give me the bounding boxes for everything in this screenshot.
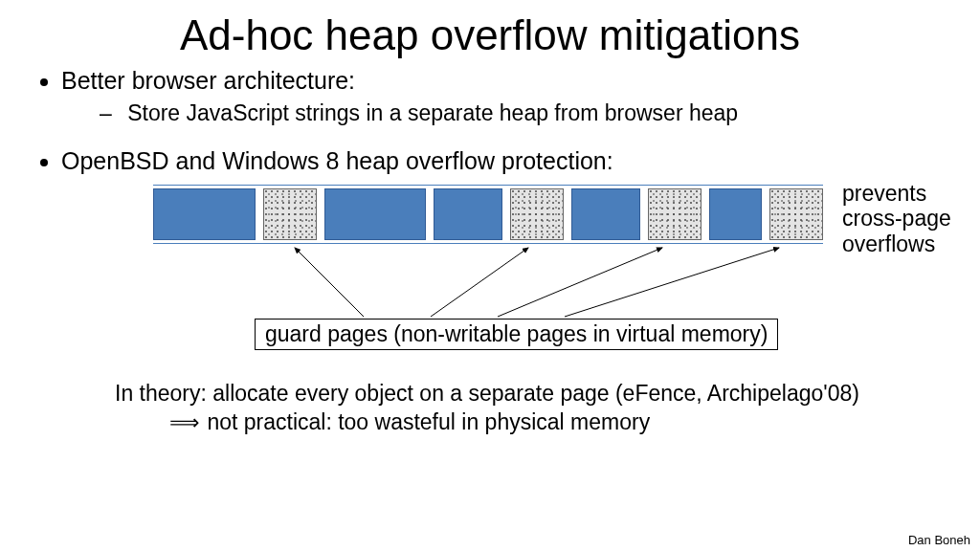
diagram-side-label: prevents cross-page overflows	[842, 181, 980, 256]
guard-page	[769, 188, 823, 240]
heap-page	[434, 188, 502, 240]
subbullet-text: Store JavaScript strings in a separate h…	[127, 100, 738, 125]
heap-diagram: prevents cross-page overflows guard page…	[153, 185, 942, 366]
slide-body: Better browser architecture: Store JavaS…	[0, 59, 980, 437]
heap-page	[153, 188, 256, 240]
theory-line2: ⟹ not practical: too wasteful in physica…	[168, 408, 942, 437]
svg-line-3	[565, 248, 779, 317]
guard-page	[648, 188, 702, 240]
theory-note: In theory: allocate every object on a se…	[115, 380, 942, 437]
theory-line1: In theory: allocate every object on a se…	[115, 380, 942, 408]
guard-page	[263, 188, 317, 240]
subbullet-js-heap: Store JavaScript strings in a separate h…	[100, 100, 942, 126]
implies-icon: ⟹	[168, 409, 201, 437]
svg-line-2	[498, 248, 662, 317]
heap-page	[709, 188, 761, 240]
svg-line-1	[431, 248, 528, 317]
bullet-openbsd: OpenBSD and Windows 8 heap overflow prot…	[61, 147, 942, 175]
guard-label-text: guard pages (non-writable pages in virtu…	[265, 321, 768, 346]
guard-page	[510, 188, 564, 240]
bullet-text: Better browser architecture:	[61, 67, 355, 94]
slide-title: Ad-hoc heap overflow mitigations	[0, 0, 980, 59]
bullet-architecture: Better browser architecture: Store JavaS…	[61, 67, 942, 126]
heap-page	[324, 188, 427, 240]
side-label-line: overflows	[842, 231, 980, 256]
author-credit: Dan Boneh	[908, 533, 970, 547]
side-label-line: cross-page	[842, 206, 980, 231]
theory-line2-text: not practical: too wasteful in physical …	[207, 409, 650, 434]
svg-line-0	[295, 248, 364, 317]
guard-label-box: guard pages (non-writable pages in virtu…	[255, 319, 778, 350]
side-label-line: prevents	[842, 181, 980, 206]
bullet-text: OpenBSD and Windows 8 heap overflow prot…	[61, 147, 613, 174]
heap-page	[571, 188, 640, 240]
page-track	[153, 185, 823, 244]
